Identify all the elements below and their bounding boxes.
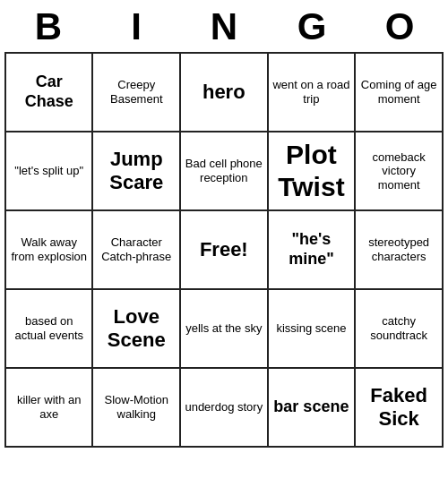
cell-r3-c0: based on actual events (5, 289, 92, 368)
cell-r4-c4: Faked Sick (355, 368, 443, 447)
cell-r3-c4: catchy soundtrack (355, 289, 443, 368)
cell-r4-c1: Slow-Motion walking (92, 368, 180, 447)
cell-r1-c2: Bad cell phone reception (180, 132, 267, 210)
cell-r0-c2: hero (180, 53, 267, 132)
cell-r2-c2: Free! (180, 210, 267, 289)
cell-r4-c2: underdog story (180, 368, 267, 447)
cell-r2-c1: Character Catch-phrase (92, 210, 180, 289)
cell-r0-c4: Coming of age moment (355, 53, 443, 132)
cell-r3-c3: kissing scene (268, 289, 356, 368)
cell-r1-c0: "let's split up" (5, 132, 92, 210)
cell-r2-c0: Walk away from explosion (5, 210, 92, 289)
cell-r3-c1: Love Scene (92, 289, 180, 368)
letter-n: N (184, 5, 264, 48)
cell-r4-c3: bar scene (268, 368, 356, 447)
cell-r1-c1: Jump Scare (92, 132, 180, 210)
cell-r0-c3: went on a road trip (268, 53, 356, 132)
cell-r2-c3: "he's mine" (268, 210, 356, 289)
letter-i: I (96, 5, 177, 48)
cell-r3-c2: yells at the sky (180, 289, 267, 368)
bingo-grid: Car ChaseCreepy Basementherowent on a ro… (4, 52, 444, 448)
cell-r2-c4: stereotyped characters (355, 210, 443, 289)
cell-r0-c0: Car Chase (5, 53, 92, 132)
cell-r0-c1: Creepy Basement (92, 53, 180, 132)
cell-r1-c4: comeback victory moment (355, 132, 443, 210)
letter-o: O (359, 5, 440, 48)
bingo-header: B I N G O (4, 0, 444, 52)
cell-r4-c0: killer with an axe (5, 368, 92, 447)
cell-r1-c3: Plot Twist (268, 132, 356, 210)
letter-b: B (8, 5, 89, 48)
letter-g: G (271, 5, 352, 48)
